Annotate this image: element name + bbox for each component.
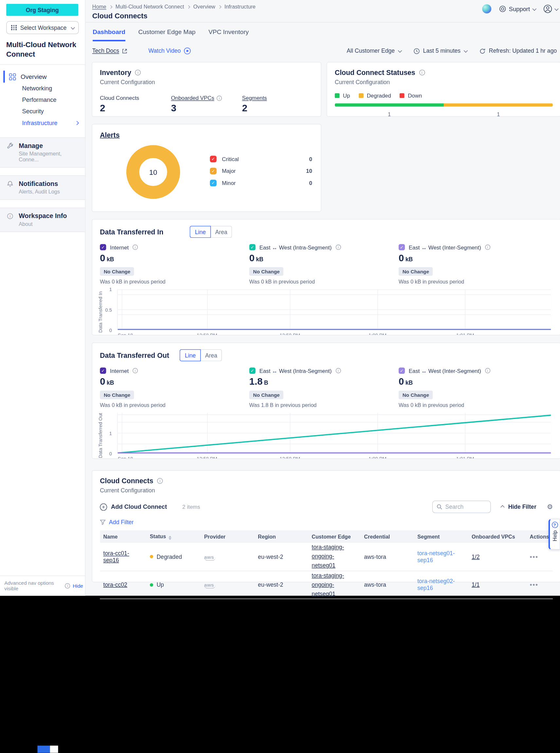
internet-checkbox[interactable] <box>100 244 106 250</box>
hide-advanced-nav-button[interactable]: Hide <box>73 583 83 589</box>
row-actions-menu[interactable]: ••• <box>526 581 553 589</box>
status-stacked-bar[interactable] <box>335 103 553 106</box>
data-in-title: Data Transferred In <box>100 228 163 235</box>
segment-link[interactable]: tora-netseg01-sep16 <box>414 550 468 563</box>
user-menu[interactable] <box>543 4 558 14</box>
add-cloud-connect-button[interactable]: Add Cloud Connect <box>100 503 167 510</box>
main-content: Home Multi-Cloud Network Connect Overvie… <box>85 0 560 596</box>
metric-note: Was 0 kB in previous period <box>100 402 249 408</box>
onboarded-vpcs-link[interactable]: 1/2 <box>472 553 479 560</box>
metric-inter-segment: East ↔ West (Inter-Segment) 0kB No Chang… <box>399 368 548 408</box>
assistant-orb-icon[interactable] <box>482 4 491 14</box>
info-icon[interactable] <box>157 478 163 484</box>
watch-video-link[interactable]: Watch Video <box>148 47 191 54</box>
area-toggle-button[interactable]: Area <box>211 226 232 238</box>
cloud-connect-link[interactable]: tora-cc02 <box>103 581 127 588</box>
refresh-button[interactable]: Refresh: Updated 1 hr ago <box>479 47 557 54</box>
stat-value: 3 <box>171 103 242 114</box>
alerts-title-link[interactable]: Alerts <box>100 131 119 139</box>
inter-segment-checkbox[interactable] <box>399 244 405 250</box>
tab-dashboard[interactable]: Dashboard <box>93 28 125 42</box>
sidebar-item-overview[interactable]: Overview <box>3 71 85 83</box>
breadcrumb-item[interactable]: Infrastructure <box>224 4 256 10</box>
legend-label: Degraded <box>367 93 391 99</box>
critical-checkbox[interactable] <box>210 156 217 162</box>
section-subtitle: Alerts, Audit Logs <box>19 189 79 195</box>
cloud-connect-link[interactable]: tora-cc01-sep16 <box>103 550 129 563</box>
credential-cell: aws-tora <box>361 553 414 560</box>
search-input[interactable] <box>445 503 483 510</box>
info-icon[interactable] <box>419 70 425 76</box>
major-checkbox[interactable] <box>210 167 217 174</box>
metric-value: 1.8 <box>249 376 263 387</box>
customer-edge-link[interactable]: tora-staging-ongoing-netseg01 <box>312 543 357 570</box>
tab-customer-edge-map[interactable]: Customer Edge Map <box>138 28 195 42</box>
sidebar-item-label: Overview <box>21 73 47 80</box>
sidebar-item-workspace-info[interactable]: Workspace Info About <box>0 207 85 232</box>
add-filter-label: Add Filter <box>109 519 134 526</box>
workspace-selector[interactable]: Select Workspace <box>6 21 79 34</box>
stat-label-link[interactable]: Segments <box>242 95 267 101</box>
app-grid-icon <box>11 25 17 30</box>
sidebar-item-performance[interactable]: Performance <box>0 94 85 106</box>
tab-vpc-inventory[interactable]: VPC Inventory <box>208 28 249 42</box>
info-icon[interactable] <box>336 368 341 373</box>
sidebar-item-networking[interactable]: Networking <box>0 82 85 94</box>
support-menu[interactable]: Support <box>499 5 536 13</box>
change-badge: No Change <box>100 391 134 399</box>
customer-edge-filter[interactable]: All Customer Edge <box>346 47 401 54</box>
org-button[interactable]: Org Staging <box>6 4 78 16</box>
info-icon[interactable] <box>133 368 138 373</box>
metric-value: 0 <box>100 376 105 387</box>
intra-segment-checkbox[interactable] <box>249 244 256 250</box>
status-bar-labels: 1 1 <box>335 111 553 117</box>
line-toggle-button[interactable]: Line <box>190 226 211 238</box>
minor-checkbox[interactable] <box>210 179 217 186</box>
inventory-title: Inventory <box>100 69 131 76</box>
breadcrumb-item[interactable]: Overview <box>193 4 215 10</box>
column-header-onboarded-vpcs: Onboarded VPCs <box>468 534 527 539</box>
breadcrumb-item[interactable]: Multi-Cloud Network Connect <box>116 4 184 10</box>
stat-cloud-connects: Cloud Connects 2 <box>100 95 171 114</box>
area-toggle-button[interactable]: Area <box>201 349 222 361</box>
intra-segment-checkbox[interactable] <box>249 368 256 374</box>
gear-icon[interactable]: ⚙ <box>547 503 553 510</box>
info-icon[interactable] <box>135 70 141 76</box>
credential-cell: aws-tora <box>361 581 414 588</box>
inter-segment-checkbox[interactable] <box>399 368 405 374</box>
row-actions-menu[interactable]: ••• <box>526 553 553 560</box>
table-row: tora-cc01-sep16 Degraded aws eu-west-2 t… <box>100 543 553 571</box>
info-icon[interactable] <box>485 368 490 373</box>
statuses-subtitle: Current Configuration <box>335 79 553 86</box>
time-range-selector[interactable]: Last 5 minutes <box>413 47 467 54</box>
help-tab[interactable]: Help <box>548 519 560 550</box>
add-filter-button[interactable]: Add Filter <box>100 519 553 526</box>
tech-docs-link[interactable]: Tech Docs <box>92 47 127 54</box>
sidebar-item-infrastructure[interactable]: Infrastructure <box>0 117 85 129</box>
customer-edge-link[interactable]: tora-staging-ongoing-netseg01 <box>312 571 357 598</box>
status-text: Up <box>157 581 164 588</box>
chevron-down-icon <box>398 48 402 53</box>
data-transferred-in-card: Data Transferred In Line Area Internet 0… <box>92 219 560 335</box>
column-header-status[interactable]: Status <box>147 533 201 540</box>
breadcrumb-home[interactable]: Home <box>92 4 106 10</box>
info-icon[interactable] <box>336 244 341 250</box>
sidebar-item-notifications[interactable]: Notifications Alerts, Audit Logs <box>0 176 85 200</box>
internet-checkbox[interactable] <box>100 368 106 374</box>
sidebar-item-manage[interactable]: Manage Site Management, Conne... <box>0 138 85 167</box>
user-icon <box>543 4 553 14</box>
stat-label-link[interactable]: Onboarded VPCs <box>171 95 214 101</box>
legend-label: Critical <box>222 156 239 162</box>
info-icon[interactable] <box>133 244 138 250</box>
chevron-down-icon <box>533 6 536 11</box>
time-range-label: Last 5 minutes <box>423 47 461 54</box>
line-toggle-button[interactable]: Line <box>180 349 201 361</box>
onboarded-vpcs-link[interactable]: 1/1 <box>472 581 479 588</box>
info-icon[interactable] <box>217 95 222 100</box>
sidebar-item-security[interactable]: Security <box>0 106 85 117</box>
search-box[interactable] <box>432 500 491 513</box>
info-icon[interactable] <box>485 244 490 250</box>
segment-link[interactable]: tora-netseg02-sep16 <box>414 578 468 592</box>
clock-icon <box>413 48 420 54</box>
hide-filter-button[interactable]: Hide Filter <box>501 503 536 510</box>
